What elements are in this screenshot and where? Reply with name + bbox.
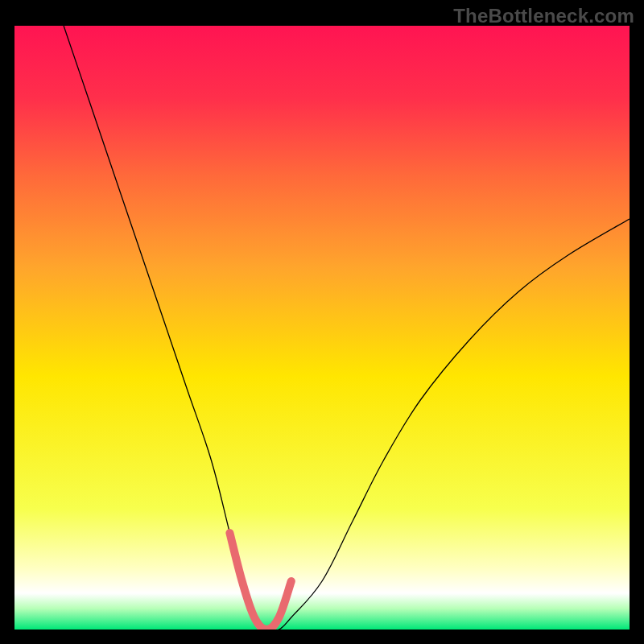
gradient-background — [14, 26, 630, 630]
chart-frame: TheBottleneck.com — [0, 0, 644, 644]
plot-svg — [14, 26, 630, 630]
watermark-text: TheBottleneck.com — [453, 5, 634, 27]
bottleneck-plot — [14, 26, 630, 630]
